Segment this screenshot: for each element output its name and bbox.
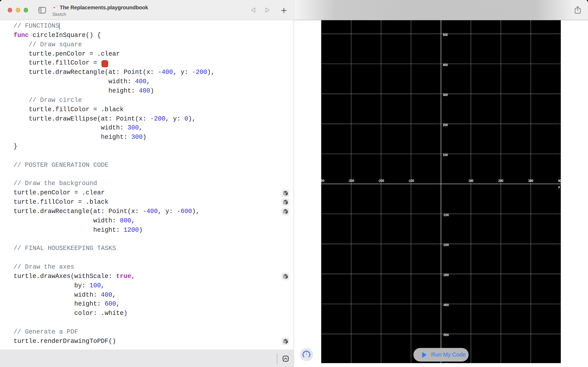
svg-text:-200: -200 [443, 243, 449, 247]
svg-text:200: 200 [498, 179, 504, 183]
svg-text:500: 500 [443, 33, 448, 37]
svg-text:-300: -300 [443, 273, 449, 277]
svg-text:100: 100 [468, 179, 473, 183]
svg-text:200: 200 [443, 123, 448, 127]
svg-text:-400: -400 [443, 303, 449, 307]
svg-text:-100: -100 [408, 179, 414, 183]
svg-text:300: 300 [528, 179, 533, 183]
svg-text:-100: -100 [443, 213, 449, 217]
svg-text:-600: -600 [443, 362, 449, 363]
svg-text:400: 400 [443, 63, 448, 67]
svg-text:x: x [558, 185, 560, 189]
svg-text:300: 300 [443, 93, 448, 97]
svg-text:-200: -200 [378, 179, 384, 183]
svg-text:-500: -500 [443, 333, 449, 337]
svg-text:100: 100 [443, 153, 448, 157]
svg-text:-300: -300 [348, 179, 354, 183]
svg-text:-400: -400 [321, 179, 324, 183]
svg-text:400: 400 [558, 179, 561, 183]
